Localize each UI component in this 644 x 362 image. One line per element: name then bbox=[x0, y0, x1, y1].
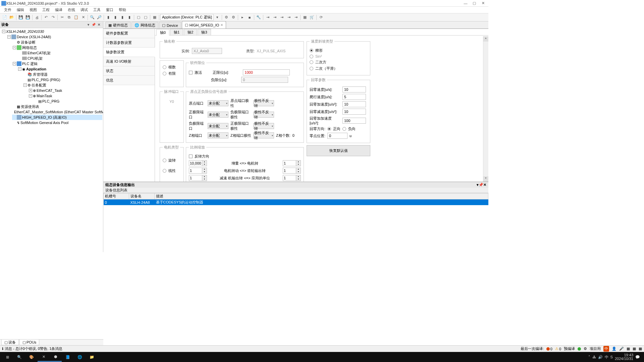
tb-misc[interactable]: ⟳ bbox=[318, 14, 324, 21]
tb-undo[interactable]: ↶ bbox=[43, 14, 49, 21]
col-desc[interactable]: 描述 bbox=[155, 193, 488, 199]
tree-ecat[interactable]: EtherCAT机架 bbox=[28, 50, 51, 56]
tree-resuse[interactable]: 资源使用表 bbox=[21, 104, 39, 109]
tree-toggle[interactable]: − bbox=[18, 67, 21, 71]
tb-bookmark4[interactable]: ▮ bbox=[126, 14, 133, 21]
tb-copy[interactable]: ⧉ bbox=[66, 14, 72, 21]
col-devname[interactable]: 设备名 bbox=[129, 193, 155, 199]
menu-file[interactable]: 文件 bbox=[1, 7, 14, 13]
tree-toggle[interactable]: − bbox=[23, 83, 27, 87]
radio-dir-neg[interactable] bbox=[342, 127, 346, 131]
tb-step1[interactable]: ⇥ bbox=[264, 14, 271, 21]
menu-online[interactable]: 在线 bbox=[65, 7, 78, 13]
output-pin-icon[interactable]: 📌 bbox=[479, 183, 483, 187]
tb-step5[interactable]: ⇥ bbox=[292, 14, 299, 21]
tree-plclogic[interactable]: PLC 逻辑 bbox=[22, 61, 38, 66]
tree-maintask[interactable]: MainTask bbox=[37, 93, 52, 99]
tree-device[interactable]: Device (XSLH-24A8) bbox=[17, 34, 51, 40]
tree-diag[interactable]: 设备诊断 bbox=[21, 40, 36, 45]
pos-lim-select[interactable]: 未分配▾ bbox=[208, 112, 228, 118]
nav-iomap[interactable]: 高速 IO I/O映射 bbox=[103, 57, 155, 66]
subtab-axis2[interactable]: 轴2 bbox=[184, 29, 197, 35]
tab-device[interactable]: ▢Device bbox=[159, 22, 181, 28]
tree-hsio[interactable]: HIGH_SPEED_IO (高速IO) bbox=[22, 115, 67, 120]
inc-spin[interactable]: ▴▾ bbox=[189, 160, 207, 166]
tab-hsio[interactable]: ▢HIGH_SPEED_IO✕ bbox=[182, 21, 226, 28]
menu-edit[interactable]: 编辑 bbox=[14, 7, 27, 13]
unit-left-spin[interactable]: ▴▾ bbox=[189, 175, 207, 181]
tb-paste[interactable]: 📋 bbox=[73, 14, 79, 21]
tree-taskcfg[interactable]: 任务配置 bbox=[32, 82, 46, 88]
tb-table[interactable]: ▦ bbox=[302, 14, 308, 21]
tree-ecatmaster[interactable]: EtherCAT_Master_SoftMotion (EtherCAT Mas… bbox=[14, 109, 103, 115]
tree-toggle[interactable]: − bbox=[7, 35, 11, 39]
vertical-scrollbar[interactable]: ▴ ▾ bbox=[483, 36, 488, 182]
origin-port-select[interactable]: 未分配▾ bbox=[208, 100, 228, 106]
tb-step3[interactable]: ⇥ bbox=[278, 14, 285, 21]
subtab-axis3[interactable]: 轴3 bbox=[198, 29, 211, 35]
tb-step2[interactable]: ⇥ bbox=[271, 14, 278, 21]
radio-quadsm[interactable] bbox=[310, 67, 313, 70]
tb-redo[interactable]: ↷ bbox=[50, 14, 56, 21]
tb-find[interactable]: 🔍 bbox=[89, 14, 96, 21]
tree-toggle[interactable]: − bbox=[13, 62, 16, 65]
nav-info[interactable]: 信息 bbox=[103, 76, 155, 85]
menu-project[interactable]: 工程 bbox=[40, 7, 52, 13]
nav-counter[interactable]: 计数器参数设置 bbox=[103, 38, 155, 48]
menu-view[interactable]: 视图 bbox=[27, 7, 40, 13]
gear-right-spin[interactable]: ▴▾ bbox=[283, 168, 301, 174]
tree-toggle[interactable]: + bbox=[29, 89, 32, 92]
tree-toggle[interactable]: − bbox=[2, 30, 5, 33]
tb-stop[interactable]: ■ bbox=[246, 14, 253, 21]
radio-sin2[interactable] bbox=[310, 55, 313, 58]
tb-box1[interactable]: ▢ bbox=[135, 14, 142, 21]
tree-ecat-task[interactable]: EtherCAT_Task bbox=[37, 88, 62, 93]
neg-pol-select[interactable]: 极性不反转▾ bbox=[253, 112, 274, 118]
panel-pin-icon[interactable]: 📌 bbox=[91, 22, 96, 27]
tree-toggle[interactable]: − bbox=[13, 46, 16, 49]
panel-close-icon[interactable]: ✕ bbox=[96, 22, 102, 27]
maximize-button[interactable]: ▢ bbox=[470, 0, 478, 6]
subtab-axis0[interactable]: 轴0 bbox=[156, 29, 169, 36]
tb-new[interactable]: 📄 bbox=[1, 14, 8, 21]
tb-delete[interactable]: ✕ bbox=[80, 14, 87, 21]
app-selector[interactable]: Application [Device: PLC 逻辑] bbox=[160, 14, 214, 20]
tb-bookmark1[interactable]: ▮ bbox=[105, 14, 112, 21]
tb-bookmark2[interactable]: ▮ bbox=[112, 14, 119, 21]
tree-smpool[interactable]: SoftMotion General Axis Pool bbox=[20, 120, 68, 125]
z-pol-select[interactable]: 极性不反转▾ bbox=[253, 132, 274, 138]
homing-accel-input[interactable] bbox=[342, 101, 366, 107]
z-port-select[interactable]: 未分配▾ bbox=[208, 132, 228, 138]
radio-trap[interactable] bbox=[310, 49, 313, 52]
minimize-button[interactable]: — bbox=[462, 0, 470, 6]
tb-play[interactable]: ▸ bbox=[239, 14, 246, 21]
tree-toggle[interactable]: − bbox=[29, 94, 32, 98]
radio-quad[interactable] bbox=[310, 60, 313, 64]
tab-close-icon[interactable]: ✕ bbox=[220, 23, 223, 27]
tree-lib[interactable]: 库管理器 bbox=[33, 72, 48, 77]
gear-left-spin[interactable]: ▴▾ bbox=[189, 168, 207, 174]
nav-hw-params[interactable]: 硬件参数配置 bbox=[103, 29, 155, 38]
tree-plcprg-prg[interactable]: PLC_PRG (PRG) bbox=[32, 77, 60, 82]
tb-box2[interactable]: ▢ bbox=[142, 14, 149, 21]
tb-gear1[interactable]: ⚙ bbox=[223, 14, 230, 21]
menu-window[interactable]: 窗口 bbox=[103, 7, 116, 13]
homing-jerk-input[interactable] bbox=[342, 118, 366, 124]
tb-wrench[interactable]: 🔧 bbox=[255, 14, 262, 21]
restore-defaults-button[interactable]: 恢复默认值 bbox=[307, 145, 370, 156]
zero-pos-input[interactable] bbox=[327, 133, 347, 139]
tb-cart[interactable]: 🛒 bbox=[309, 14, 315, 21]
tb-open[interactable]: 📂 bbox=[8, 14, 15, 21]
close-button[interactable]: ✕ bbox=[479, 0, 487, 6]
tb-bookmark3[interactable]: ▮ bbox=[119, 14, 126, 21]
radio-dir-pos[interactable] bbox=[327, 127, 331, 131]
menu-tools[interactable]: 工具 bbox=[91, 7, 103, 13]
unit-right-spin[interactable]: ▴▾ bbox=[283, 175, 301, 181]
radio-rotary[interactable] bbox=[163, 159, 166, 162]
subtab-axis1[interactable]: 轴1 bbox=[170, 29, 183, 35]
col-slot[interactable]: 机槽号 bbox=[104, 193, 129, 199]
tree-app[interactable]: Application bbox=[26, 66, 46, 72]
radio-limited[interactable] bbox=[163, 72, 166, 75]
inc-right-spin[interactable]: ▴▾ bbox=[283, 160, 301, 166]
device-tree[interactable]: −XSLH-24A8_20241030 −Device (XSLH-24A8) … bbox=[0, 28, 103, 252]
